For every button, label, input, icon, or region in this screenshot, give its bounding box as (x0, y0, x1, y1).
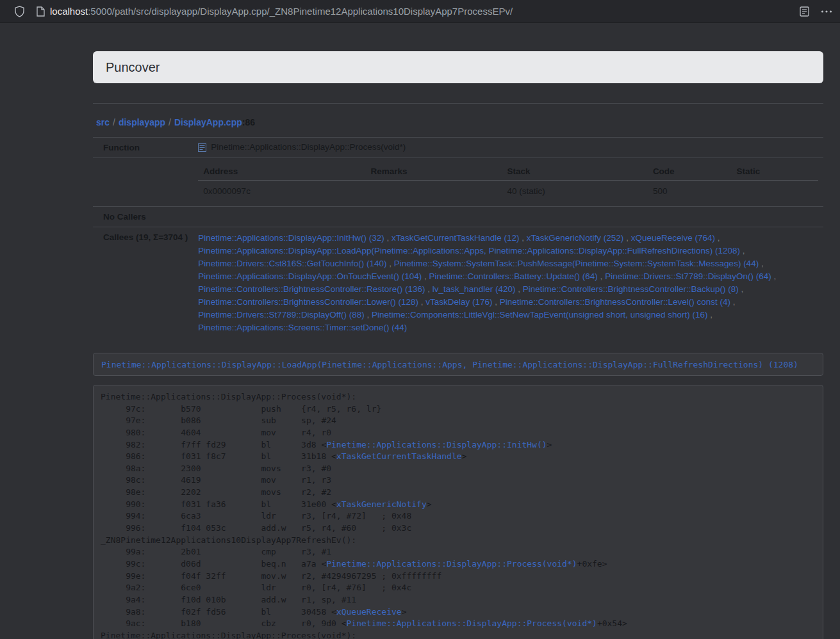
loadapp-symbol-link[interactable]: Pinetime::Applications::DisplayApp::Load… (101, 360, 798, 369)
callee-separator: , (365, 310, 372, 320)
browser-chrome: localhost:5000/path/src/displayapp/Displ… (0, 0, 840, 23)
callee-link[interactable]: Pinetime::Applications::DisplayApp::Load… (198, 246, 740, 255)
address-value: 0x0000097c (198, 181, 365, 202)
code-symbol-link[interactable]: xTaskGetCurrentTaskHandle (336, 451, 462, 461)
page-title: Puncover (106, 60, 160, 75)
callee-separator: , (740, 246, 745, 255)
function-name: Pinetime::Applications::DisplayApp::Proc… (211, 142, 406, 152)
callee-separator: , (418, 297, 425, 307)
function-icon (198, 143, 206, 152)
code-symbol-link[interactable]: xQueueReceive (336, 607, 402, 617)
no-callers-row: No Callers (93, 207, 823, 227)
callee-link[interactable]: Pinetime::Controllers::Battery::Update()… (429, 271, 598, 281)
breadcrumb-separator: / (169, 117, 171, 127)
main-container: Puncover src/displayapp/DisplayApp.cpp:8… (93, 51, 823, 639)
code-symbol-link[interactable]: Pinetime::Applications::DisplayApp::Init… (326, 440, 547, 449)
callee-link[interactable]: Pinetime::System::SystemTask::PushMessag… (394, 259, 759, 268)
url-path: :5000/path/src/displayapp/DisplayApp.cpp… (88, 6, 513, 17)
callee-separator: , (739, 284, 744, 294)
callee-link[interactable]: xTaskGetCurrentTaskHandle (12) (391, 233, 520, 243)
callees-row: Callees (19, Σ=3704 ) Pinetime::Applicat… (93, 227, 823, 339)
code-symbol-link[interactable]: xTaskGenericNotify (336, 499, 427, 509)
no-callers-cell (193, 207, 823, 227)
breadcrumb-link-src[interactable]: src (96, 117, 110, 127)
callee-separator: , (759, 259, 764, 268)
callee-separator: , (493, 297, 500, 307)
shield-icon[interactable] (14, 6, 25, 17)
callee-separator: , (516, 284, 523, 294)
column-header-static: Static (732, 163, 819, 181)
callee-link[interactable]: Pinetime::Components::LittleVgl::SetNewT… (372, 310, 708, 320)
callee-separator: , (623, 233, 630, 243)
menu-icon[interactable] (821, 10, 832, 13)
callee-link[interactable]: xTaskGenericNotify (252) (527, 233, 624, 243)
callee-separator: , (771, 271, 777, 281)
callee-separator: , (715, 233, 720, 243)
breadcrumb: src/displayapp/DisplayApp.cpp:86 (93, 117, 823, 127)
function-row-label: Function (93, 138, 193, 158)
empty-cell (93, 158, 193, 207)
disassembly-block: Pinetime::Applications::DisplayApp::Proc… (93, 385, 823, 639)
callee-link[interactable]: Pinetime::Applications::Screens::Timer::… (198, 323, 407, 332)
callee-link[interactable]: Pinetime::Applications::DisplayApp::OnTo… (198, 271, 422, 281)
page-header: Puncover (93, 51, 823, 83)
callee-link[interactable]: Pinetime::Controllers::BrightnessControl… (198, 284, 425, 294)
breadcrumb-link-file[interactable]: DisplayApp.cpp (174, 117, 242, 127)
callee-link[interactable]: Pinetime::Drivers::St7789::DisplayOff() … (198, 310, 364, 320)
callee-separator: , (422, 271, 429, 281)
no-callers-label: No Callers (93, 207, 193, 227)
callee-link[interactable]: vTaskDelay (176) (425, 297, 492, 307)
callee-link[interactable]: Pinetime::Controllers::BrightnessControl… (523, 284, 739, 294)
callee-separator: , (520, 233, 527, 243)
symbol-highlight-panel: Pinetime::Applications::DisplayApp::Load… (93, 353, 823, 376)
callee-separator: , (384, 233, 391, 243)
page-icon (37, 6, 45, 17)
detail-table: Address Remarks Stack Code Static 0x0000… (198, 163, 818, 202)
table-row: 0x0000097c 40 (static) 500 (198, 181, 818, 202)
callees-label: Callees (19, Σ=3704 ) (93, 227, 193, 339)
callee-separator: , (730, 297, 736, 307)
breadcrumb-link-displayapp[interactable]: displayapp (119, 117, 165, 127)
static-value (732, 181, 819, 202)
column-header-code: Code (648, 163, 732, 181)
reader-mode-icon[interactable] (800, 6, 809, 17)
callee-separator: , (425, 284, 432, 294)
code-symbol-link[interactable]: Pinetime::Applications::DisplayApp::Proc… (326, 559, 577, 569)
column-header-stack: Stack (502, 163, 647, 181)
function-name-cell: Pinetime::Applications::DisplayApp::Proc… (193, 138, 823, 158)
remarks-value (366, 181, 502, 202)
callee-link[interactable]: Pinetime::Drivers::St7789::DisplayOn() (… (605, 271, 771, 281)
callee-link[interactable]: Pinetime::Applications::DisplayApp::Init… (198, 233, 384, 243)
column-header-remarks: Remarks (366, 163, 502, 181)
url-host: localhost (50, 6, 88, 17)
breadcrumb-line-number: :86 (242, 117, 255, 127)
function-row: Function Pinetime::Applications::Display… (93, 138, 823, 158)
callee-link[interactable]: Pinetime::Controllers::BrightnessControl… (198, 297, 418, 307)
callees-cell: Pinetime::Applications::DisplayApp::Init… (193, 227, 823, 339)
url-bar[interactable]: localhost:5000/path/src/displayapp/Displ… (50, 6, 513, 17)
detail-table-cell: Address Remarks Stack Code Static 0x0000… (193, 158, 823, 207)
callee-separator: , (598, 271, 605, 281)
callee-separator: , (386, 259, 393, 268)
code-symbol-link[interactable]: Pinetime::Applications::DisplayApp::Proc… (347, 619, 597, 628)
callee-link[interactable]: xQueueReceive (764) (631, 233, 715, 243)
callee-separator: , (707, 310, 712, 320)
breadcrumb-separator: / (113, 117, 115, 127)
callee-link[interactable]: Pinetime::Drivers::Cst816S::GetTouchInfo… (198, 259, 386, 268)
column-header-address: Address (198, 163, 365, 181)
divider (93, 103, 823, 104)
stack-value: 40 (static) (502, 181, 647, 202)
callee-link[interactable]: Pinetime::Controllers::BrightnessControl… (500, 297, 730, 307)
symbol-table: Function Pinetime::Applications::Display… (93, 137, 823, 339)
code-value: 500 (648, 181, 732, 202)
callee-link[interactable]: lv_task_handler (420) (432, 284, 516, 294)
detail-row: Address Remarks Stack Code Static 0x0000… (93, 158, 823, 207)
